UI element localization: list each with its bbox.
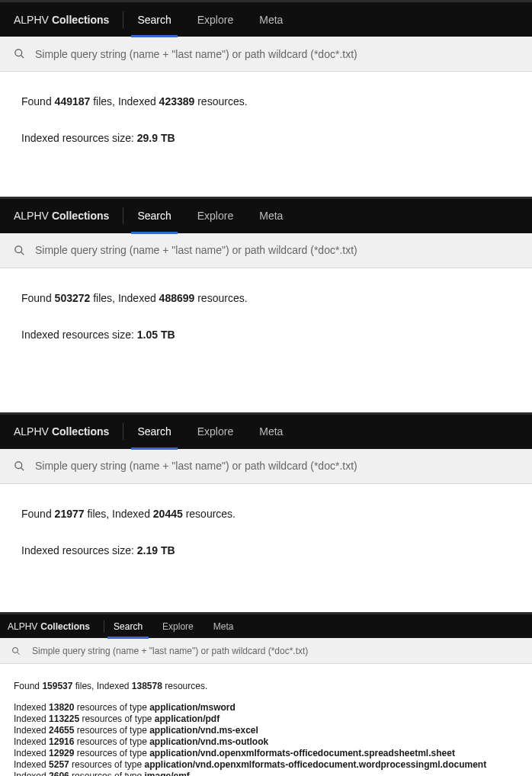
nav: Search Explore Meta	[114, 614, 233, 638]
brand-suffix: Collections	[52, 210, 109, 222]
svg-line-5	[21, 467, 24, 470]
content: Found 503272 files, Indexed 488699 resou…	[0, 268, 532, 412]
size-line: Indexed resources size: 29.9 TB	[21, 130, 511, 146]
brand-prefix: ALPHV	[8, 621, 37, 632]
brand-suffix: Collections	[52, 425, 109, 438]
searchbar	[0, 37, 532, 72]
searchbar	[0, 638, 532, 664]
breakdown-row: Indexed 24655 resources of type applicat…	[14, 725, 518, 736]
svg-point-2	[14, 246, 21, 253]
stats-line: Found 503272 files, Indexed 488699 resou…	[21, 290, 511, 306]
breakdown-row: Indexed 12916 resources of type applicat…	[14, 736, 518, 748]
brand-suffix: Collections	[52, 14, 109, 26]
topbar: ALPHV Collections Search Explore Meta	[0, 197, 532, 233]
divider	[123, 423, 123, 440]
brand-prefix: ALPHV	[14, 14, 49, 26]
tab-meta[interactable]: Meta	[213, 614, 234, 638]
search-icon	[11, 245, 27, 256]
brand: ALPHV Collections	[14, 14, 109, 26]
size-line: Indexed resources size: 1.05 TB	[21, 326, 511, 343]
divider	[104, 620, 104, 633]
svg-point-0	[14, 50, 21, 56]
breakdown-row: Indexed 12929 resources of type applicat…	[14, 748, 518, 759]
content: Found 21977 files, Indexed 20445 resourc…	[0, 484, 532, 613]
svg-line-7	[18, 652, 20, 654]
brand-prefix: ALPHV	[14, 425, 49, 438]
nav: Search Explore Meta	[137, 415, 283, 449]
svg-point-6	[13, 647, 18, 653]
stats-line: Found 21977 files, Indexed 20445 resourc…	[21, 505, 511, 522]
tab-explore[interactable]: Explore	[197, 415, 233, 449]
content: Found 449187 files, Indexed 423389 resou…	[0, 72, 532, 185]
tab-search[interactable]: Search	[114, 614, 143, 638]
tab-meta[interactable]: Meta	[259, 199, 283, 233]
brand: ALPHV Collections	[8, 621, 90, 632]
svg-point-4	[14, 461, 21, 468]
panel-0: ALPHV Collections Search Explore Meta Fo…	[0, 0, 532, 185]
search-icon	[8, 646, 24, 656]
svg-line-1	[21, 55, 24, 58]
searchbar	[0, 233, 532, 268]
panel-2: ALPHV Collections Search Explore Meta Fo…	[0, 412, 532, 613]
nav: Search Explore Meta	[137, 2, 283, 37]
panel-1: ALPHV Collections Search Explore Meta Fo…	[0, 197, 532, 412]
divider	[123, 207, 123, 224]
search-icon	[11, 48, 27, 59]
search-input[interactable]	[35, 48, 521, 60]
breakdown-row: Indexed 2606 resources of type image/emf	[14, 771, 518, 776]
size-line: Indexed resources size: 2.19 TB	[21, 542, 511, 559]
topbar: ALPHV Collections Search Explore Meta	[0, 0, 532, 37]
tab-meta[interactable]: Meta	[259, 415, 283, 449]
tab-search[interactable]: Search	[137, 415, 171, 449]
stats-line: Found 449187 files, Indexed 423389 resou…	[21, 93, 511, 110]
brand-prefix: ALPHV	[14, 210, 49, 222]
divider	[123, 11, 123, 28]
brand-suffix: Collections	[40, 621, 90, 632]
search-input[interactable]	[35, 244, 521, 256]
topbar: ALPHV Collections Search Explore Meta	[0, 412, 532, 449]
svg-line-3	[21, 252, 24, 255]
nav: Search Explore Meta	[137, 199, 283, 233]
breakdown-row: Indexed 13820 resources of type applicat…	[14, 702, 518, 713]
tab-search[interactable]: Search	[137, 199, 171, 233]
stats-line: Found 159537 files, Indexed 138578 resou…	[14, 679, 518, 694]
brand: ALPHV Collections	[14, 425, 109, 438]
brand: ALPHV Collections	[14, 210, 109, 222]
search-icon	[11, 460, 27, 472]
breakdown-row: Indexed 113225 resources of type applica…	[14, 713, 518, 725]
tab-explore[interactable]: Explore	[197, 2, 233, 37]
tab-explore[interactable]: Explore	[162, 614, 194, 638]
panel-3: ALPHV Collections Search Explore Meta Fo…	[0, 612, 532, 776]
tab-search[interactable]: Search	[137, 2, 171, 37]
search-input[interactable]	[35, 460, 521, 472]
topbar: ALPHV Collections Search Explore Meta	[0, 612, 532, 638]
breakdown-row: Indexed 5257 resources of type applicati…	[14, 759, 518, 771]
type-breakdown: Indexed 13820 resources of type applicat…	[14, 702, 518, 776]
searchbar	[0, 449, 532, 484]
search-input[interactable]	[32, 646, 524, 656]
content: Found 159537 files, Indexed 138578 resou…	[0, 664, 532, 776]
tab-explore[interactable]: Explore	[197, 199, 233, 233]
tab-meta[interactable]: Meta	[259, 2, 283, 37]
